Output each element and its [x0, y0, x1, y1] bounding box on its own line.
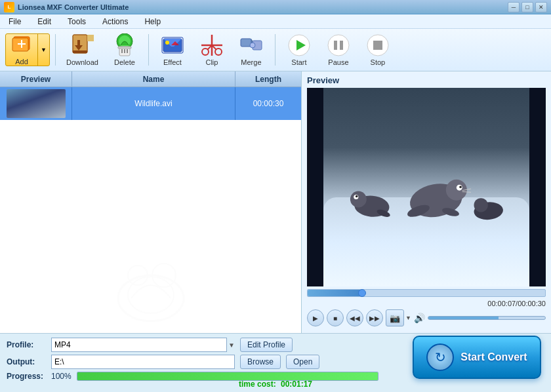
svg-rect-8: [73, 50, 87, 53]
svg-point-21: [165, 41, 169, 45]
svg-point-32: [250, 43, 255, 48]
screenshot-button[interactable]: 📷: [386, 309, 404, 326]
preview-panel: Preview: [302, 71, 551, 333]
pause-icon: [327, 33, 350, 57]
thumbnail: [7, 89, 66, 118]
svg-rect-36: [334, 41, 337, 50]
video-content: [307, 88, 546, 286]
stop-button[interactable]: Stop: [359, 31, 396, 68]
start-convert-button[interactable]: ↻ Start Convert: [413, 336, 541, 379]
svg-point-42: [128, 265, 148, 285]
profile-select-wrap: ▼: [51, 338, 235, 352]
video-progress-bar[interactable]: [307, 289, 546, 297]
svg-point-53: [350, 191, 367, 208]
video-center: [323, 88, 529, 286]
clip-icon: [200, 33, 224, 57]
separator-3: [275, 34, 276, 66]
start-icon: [287, 33, 311, 57]
time-cost-value: 00:01:17: [281, 380, 312, 389]
download-label: Download: [66, 58, 98, 66]
window-title: Lionsea MXF Converter Ultimate: [18, 3, 129, 11]
volume-slider[interactable]: [428, 316, 546, 320]
volume-control: 🔊: [414, 313, 546, 323]
cell-thumbnail: [0, 87, 72, 120]
col-name: Name: [72, 71, 235, 87]
svg-marker-3: [21, 40, 22, 48]
close-button[interactable]: ✕: [535, 2, 547, 12]
menu-edit[interactable]: Edit: [34, 16, 54, 28]
merge-label: Merge: [241, 58, 261, 66]
preview-title: Preview: [307, 75, 546, 85]
delete-button[interactable]: Delete: [106, 31, 143, 68]
profile-dropdown-arrow[interactable]: ▼: [228, 342, 235, 349]
rewind-button[interactable]: ◀◀: [346, 309, 363, 326]
svg-point-49: [459, 186, 462, 189]
start-convert-icon: ↻: [426, 343, 454, 371]
add-button-main[interactable]: Add: [6, 34, 37, 66]
profile-select[interactable]: [51, 338, 227, 352]
add-label: Add: [15, 58, 28, 66]
svg-point-41: [128, 277, 174, 313]
watermark: [112, 246, 190, 326]
start-button[interactable]: Start: [281, 31, 317, 68]
minimize-button[interactable]: ─: [508, 2, 520, 12]
svg-point-40: [118, 275, 184, 321]
cell-filename: Wildlife.avi: [72, 87, 235, 120]
start-convert-label: Start Convert: [460, 351, 527, 363]
fast-forward-button[interactable]: ▶▶: [366, 309, 383, 326]
play-button[interactable]: ▶: [307, 309, 324, 326]
svg-point-58: [474, 198, 487, 212]
app-icon: L: [4, 2, 14, 12]
add-button[interactable]: Add ▼: [5, 33, 50, 66]
progress-fill: [308, 290, 362, 296]
menu-tools[interactable]: Tools: [64, 16, 89, 28]
merge-button[interactable]: Merge: [233, 31, 270, 68]
progress-thumb: [358, 289, 366, 297]
time-display: 00:00:07/00:00:30: [307, 300, 546, 307]
effect-icon: [161, 33, 184, 57]
edit-profile-button[interactable]: Edit Profile: [240, 338, 293, 352]
open-button[interactable]: Open: [286, 355, 319, 369]
stop-icon: [366, 33, 390, 57]
maximize-button[interactable]: □: [521, 2, 533, 12]
output-field[interactable]: [51, 355, 235, 369]
col-length: Length: [235, 71, 301, 87]
titlebar-controls: ─ □ ✕: [508, 2, 547, 12]
menubar: File Edit Tools Actions Help: [0, 14, 551, 29]
playback-controls: ▶ ■ ◀◀ ▶▶ 📷 ▼ 🔊: [307, 309, 546, 326]
svg-point-55: [356, 195, 358, 198]
menu-file[interactable]: File: [5, 16, 24, 28]
table-row[interactable]: Wildlife.avi 00:00:30: [0, 87, 301, 120]
svg-rect-17: [118, 47, 131, 49]
pause-label: Pause: [328, 58, 348, 66]
output-label: Output:: [7, 357, 46, 366]
video-right-bar: [529, 88, 546, 286]
separator-2: [148, 34, 149, 66]
stop-label: Stop: [371, 58, 386, 66]
effect-label: Effect: [163, 58, 182, 66]
effect-button[interactable]: Effect: [154, 31, 191, 68]
add-dropdown-arrow[interactable]: ▼: [37, 34, 49, 66]
screenshot-dropdown[interactable]: ▼: [405, 315, 411, 321]
col-preview: Preview: [0, 71, 72, 87]
menu-actions[interactable]: Actions: [99, 16, 131, 28]
clip-label: Clip: [205, 58, 218, 66]
svg-rect-7: [77, 40, 80, 47]
profile-label: Profile:: [7, 340, 46, 349]
main-area: Preview Name Length Wildlife.avi 00:00:3…: [0, 71, 551, 333]
pause-button[interactable]: Pause: [320, 31, 357, 68]
time-cost-bar: time cost: 00:01:17: [0, 380, 551, 389]
add-icon: [11, 34, 32, 56]
cell-length: 00:00:30: [235, 87, 301, 120]
menu-help[interactable]: Help: [141, 16, 164, 28]
browse-button[interactable]: Browse: [240, 355, 281, 369]
clip-button[interactable]: Clip: [194, 31, 230, 68]
svg-rect-37: [340, 41, 343, 50]
filelist: Preview Name Length Wildlife.avi 00:00:3…: [0, 71, 302, 333]
video-left-bar: [307, 88, 323, 286]
titlebar-left: L Lionsea MXF Converter Ultimate: [4, 2, 129, 12]
stop-ctrl-button[interactable]: ■: [327, 309, 344, 326]
download-button[interactable]: Download: [61, 31, 104, 68]
svg-rect-10: [87, 35, 94, 41]
bottom-container: Profile: ▼ Edit Profile Output: Browse O…: [0, 333, 551, 392]
